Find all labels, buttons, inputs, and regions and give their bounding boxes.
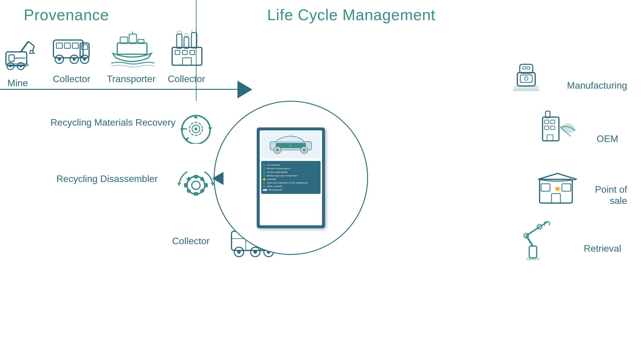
svg-text:★: ★ xyxy=(554,184,562,194)
svg-rect-23 xyxy=(117,43,147,54)
svg-rect-68 xyxy=(529,246,537,258)
recycling-disassembler-label: Recycling Disassembler xyxy=(56,173,158,184)
svg-rect-38 xyxy=(183,58,191,65)
svg-point-20 xyxy=(58,58,61,61)
passport-card: + Co₂ footprint Record of provenance Soc… xyxy=(257,127,325,228)
svg-text:+: + xyxy=(289,144,291,147)
svg-rect-31 xyxy=(191,33,197,48)
svg-rect-50 xyxy=(523,67,526,69)
svg-rect-25 xyxy=(129,34,137,44)
svg-rect-88 xyxy=(204,183,208,187)
svg-rect-85 xyxy=(194,175,198,178)
point-of-sale-icon-group: ★ xyxy=(537,167,578,206)
svg-rect-57 xyxy=(545,120,549,124)
transporter-icon-group xyxy=(110,31,154,70)
svg-marker-75 xyxy=(208,127,213,130)
collector1-icon-group xyxy=(52,31,91,67)
manufacturing-icon-group xyxy=(508,58,544,93)
provenance-header: Provenance xyxy=(24,6,109,24)
svg-point-84 xyxy=(192,181,200,189)
svg-point-21 xyxy=(73,58,76,61)
svg-rect-59 xyxy=(545,126,549,130)
svg-rect-58 xyxy=(551,120,555,124)
svg-rect-30 xyxy=(184,37,189,48)
oem-label: OEM xyxy=(597,133,618,144)
point-of-sale-label: Point ofsale xyxy=(595,184,627,207)
svg-rect-35 xyxy=(175,50,180,55)
timeline-line xyxy=(0,89,243,90)
svg-rect-54 xyxy=(513,89,540,91)
manufacturing-label: Manufacturing xyxy=(567,80,627,91)
passport-car-image: + xyxy=(261,132,321,159)
svg-rect-65 xyxy=(541,184,550,191)
svg-point-22 xyxy=(83,58,86,61)
passport-data-section: Co₂ footprint Record of provenance Socia… xyxy=(261,161,321,194)
svg-rect-29 xyxy=(177,34,182,48)
svg-rect-1 xyxy=(9,55,14,61)
svg-rect-49 xyxy=(520,64,533,73)
transporter-label: Transporter xyxy=(107,74,156,84)
svg-rect-60 xyxy=(551,126,555,130)
svg-line-4 xyxy=(28,41,34,46)
mine-icon-group xyxy=(4,34,37,73)
collector2-icon-group xyxy=(166,30,208,68)
svg-point-45 xyxy=(303,149,306,151)
recycling-disassembler-icon-group xyxy=(177,167,215,203)
center-circle: + Co₂ footprint Record of provenance Soc… xyxy=(214,101,368,255)
svg-point-103 xyxy=(237,250,241,254)
svg-rect-47 xyxy=(520,75,532,82)
svg-rect-37 xyxy=(190,50,195,55)
lifecycle-header: Life Cycle Management xyxy=(267,6,435,24)
collector2-label: Collector xyxy=(168,74,205,84)
retrieval-label: Retrieval xyxy=(584,243,621,254)
svg-point-33 xyxy=(185,33,188,36)
oem-icon-group xyxy=(538,110,577,145)
svg-point-80 xyxy=(194,127,197,130)
timeline-arrow xyxy=(237,81,252,98)
retrieval-icon-group xyxy=(511,219,559,261)
svg-rect-15 xyxy=(72,43,78,48)
recycling-recovery-icon-group xyxy=(177,111,215,144)
svg-rect-14 xyxy=(64,43,70,48)
svg-point-44 xyxy=(276,149,279,151)
collector-bottom-label: Collector xyxy=(172,236,210,247)
svg-point-48 xyxy=(524,77,528,80)
svg-rect-74 xyxy=(526,258,540,260)
svg-marker-93 xyxy=(177,183,181,185)
svg-rect-66 xyxy=(562,184,571,191)
svg-rect-53 xyxy=(514,86,538,89)
svg-rect-13 xyxy=(56,43,62,48)
svg-line-69 xyxy=(526,236,533,246)
svg-rect-61 xyxy=(547,135,553,141)
svg-point-104 xyxy=(253,250,257,254)
svg-rect-36 xyxy=(183,50,187,55)
svg-line-3 xyxy=(21,41,28,52)
circle-left-arrow xyxy=(212,172,223,185)
svg-rect-64 xyxy=(551,194,560,203)
mine-label: Mine xyxy=(7,78,28,89)
svg-rect-87 xyxy=(184,183,188,187)
svg-line-5 xyxy=(33,46,34,51)
collector1-label: Collector xyxy=(53,74,90,84)
svg-rect-51 xyxy=(527,67,530,69)
recycling-recovery-label: Recycling Materials Recovery xyxy=(50,117,175,128)
passport-card-inner: + Co₂ footprint Record of provenance Soc… xyxy=(260,130,322,225)
svg-rect-86 xyxy=(194,192,198,196)
svg-rect-40 xyxy=(276,143,306,148)
